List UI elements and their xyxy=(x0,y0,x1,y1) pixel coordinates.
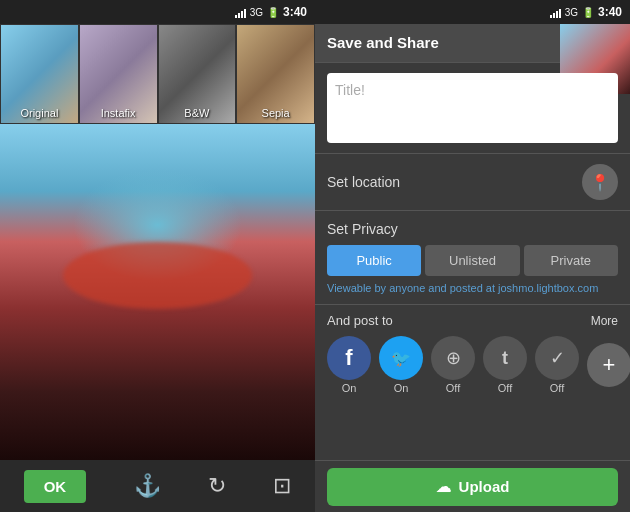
privacy-public-button[interactable]: Public xyxy=(327,245,421,276)
filter-instafix-label: Instafix xyxy=(101,107,136,119)
battery-icon: 🔋 xyxy=(267,7,279,18)
twitter-status: On xyxy=(394,382,409,394)
filter-sepia-label: Sepia xyxy=(262,107,290,119)
title-placeholder: Title! xyxy=(335,82,365,98)
upload-button[interactable]: ☁ Upload xyxy=(327,468,618,506)
signal-icon-right xyxy=(550,6,561,18)
left-panel: 3G 🔋 3:40 Original Instafix B&W Sepia xyxy=(0,0,315,512)
upload-label: Upload xyxy=(459,478,510,495)
filter-bw-label: B&W xyxy=(184,107,209,119)
glasses-overlay xyxy=(63,242,252,309)
gplus-icon: ✓ xyxy=(550,347,565,369)
gplus-button[interactable]: ✓ xyxy=(535,336,579,380)
network-type: 3G xyxy=(250,7,263,18)
location-pin-icon: 📍 xyxy=(590,173,610,192)
location-icon-button[interactable]: 📍 xyxy=(582,164,618,200)
crop-icon[interactable]: ⊡ xyxy=(273,473,291,499)
post-to-section: And post to More f On 🐦 On xyxy=(315,305,630,402)
tumblr-status: Off xyxy=(498,382,512,394)
signal-icon xyxy=(235,6,246,18)
status-bar-left: 3G 🔋 3:40 xyxy=(0,0,315,24)
location-label: Set location xyxy=(327,174,400,190)
flickr-status: Off xyxy=(446,382,460,394)
panel-content: Title! Set location 📍 Set Privacy Public… xyxy=(315,63,630,460)
twitter-item: 🐦 On xyxy=(379,336,423,394)
privacy-buttons: Public Unlisted Private xyxy=(327,245,618,276)
status-time-right: 3:40 xyxy=(598,5,622,19)
facebook-icon: f xyxy=(345,345,352,371)
twitter-button[interactable]: 🐦 xyxy=(379,336,423,380)
status-bar-right: 3G 🔋 3:40 xyxy=(315,0,630,24)
upload-bar: ☁ Upload xyxy=(315,460,630,512)
main-photo xyxy=(0,124,315,460)
right-panel: 3G 🔋 3:40 Save and Share Title! Set loca… xyxy=(315,0,630,512)
post-to-label: And post to xyxy=(327,313,393,328)
facebook-item: f On xyxy=(327,336,371,394)
network-type-right: 3G xyxy=(565,7,578,18)
battery-icon-right: 🔋 xyxy=(582,7,594,18)
more-label: More xyxy=(591,314,618,328)
rotate-icon[interactable]: ↻ xyxy=(208,473,226,499)
privacy-private-button[interactable]: Private xyxy=(524,245,618,276)
ok-button[interactable]: OK xyxy=(24,470,87,503)
filter-strip: Original Instafix B&W Sepia xyxy=(0,24,315,124)
filter-instafix[interactable]: Instafix xyxy=(79,24,158,124)
flickr-icon: ⊕ xyxy=(446,347,461,369)
privacy-label: Set Privacy xyxy=(327,221,618,237)
facebook-status: On xyxy=(342,382,357,394)
more-button[interactable]: + xyxy=(587,343,630,387)
privacy-unlisted-button[interactable]: Unlisted xyxy=(425,245,519,276)
title-input-area[interactable]: Title! xyxy=(327,73,618,143)
filter-bw[interactable]: B&W xyxy=(158,24,237,124)
gplus-item: ✓ Off xyxy=(535,336,579,394)
post-header: And post to More xyxy=(327,313,618,328)
adjust-icon[interactable]: ⚓ xyxy=(134,473,161,499)
tumblr-item: t Off xyxy=(483,336,527,394)
flickr-item: ⊕ Off xyxy=(431,336,475,394)
gplus-status: Off xyxy=(550,382,564,394)
filter-sepia[interactable]: Sepia xyxy=(236,24,315,124)
filter-original[interactable]: Original xyxy=(0,24,79,124)
tumblr-icon: t xyxy=(502,348,508,369)
facebook-button[interactable]: f xyxy=(327,336,371,380)
filter-original-label: Original xyxy=(20,107,58,119)
toolbar: OK ⚓ ↻ ⊡ xyxy=(0,460,315,512)
flickr-button[interactable]: ⊕ xyxy=(431,336,475,380)
upload-cloud-icon: ☁ xyxy=(436,478,451,496)
location-row[interactable]: Set location 📍 xyxy=(315,153,630,211)
more-item: + xyxy=(587,343,630,387)
tumblr-button[interactable]: t xyxy=(483,336,527,380)
status-time-left: 3:40 xyxy=(283,5,307,19)
plus-icon: + xyxy=(603,352,616,378)
privacy-section: Set Privacy Public Unlisted Private View… xyxy=(315,211,630,305)
privacy-description: Viewable by anyone and posted at joshmo.… xyxy=(327,282,618,294)
twitter-icon: 🐦 xyxy=(391,349,411,368)
social-icons-row: f On 🐦 On ⊕ Off xyxy=(327,336,618,394)
panel-title: Save and Share xyxy=(327,34,439,51)
